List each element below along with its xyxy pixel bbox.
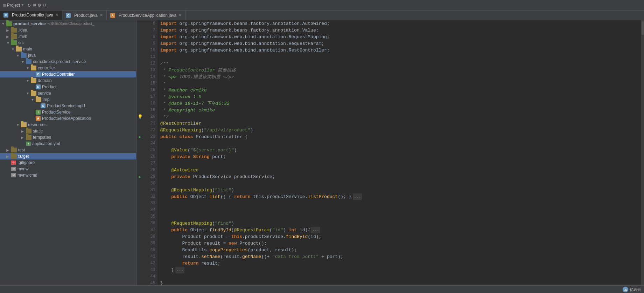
sidebar-item-com[interactable]: com.ckmike.product_service bbox=[0, 59, 136, 65]
gutter-44 bbox=[136, 273, 144, 280]
sidebar-item-controller[interactable]: controller bbox=[0, 65, 136, 71]
sidebar-item-main[interactable]: main bbox=[0, 46, 136, 52]
code-line-23: public class ProductController { bbox=[160, 134, 638, 140]
code-line-29: private ProductService productService; bbox=[160, 173, 638, 180]
static-arrow bbox=[21, 129, 26, 133]
mvnw-icon: M bbox=[11, 167, 16, 171]
sidebar-item-java[interactable]: java bbox=[0, 52, 136, 59]
java-label: java bbox=[28, 53, 36, 58]
collapse-43[interactable]: ... bbox=[175, 267, 184, 273]
impl-label: impl bbox=[43, 97, 50, 102]
sidebar-item-gitignore[interactable]: G .gitignore bbox=[0, 159, 136, 166]
line-numbers: 678910 1112131415 1617181920 2122232425 … bbox=[144, 20, 158, 285]
sidebar-item-psa[interactable]: A ProductServiceApplication bbox=[0, 115, 136, 122]
mvnwcmd-icon: M bbox=[11, 173, 16, 177]
git-label: .gitignore bbox=[18, 160, 35, 165]
sidebar-item-product[interactable]: C Product bbox=[0, 84, 136, 90]
layout-icon[interactable]: ⊟ bbox=[43, 2, 46, 8]
gutter-12 bbox=[136, 60, 144, 67]
idea-folder-icon bbox=[11, 28, 17, 33]
sync-icon[interactable]: ↻ bbox=[28, 2, 30, 8]
code-line-18: * @date 18-11-7 下午10:32 bbox=[160, 100, 638, 107]
controller-label: controller bbox=[38, 66, 55, 70]
sidebar-item-idea[interactable]: .idea bbox=[0, 27, 136, 33]
code-line-15: * bbox=[160, 80, 638, 87]
collapse-32[interactable]: ... bbox=[353, 193, 362, 200]
title-icons: ↻ ⊞ ⚙ ⊟ bbox=[28, 2, 46, 8]
tab-app-close[interactable]: ✕ bbox=[178, 13, 182, 18]
templates-folder-icon bbox=[26, 135, 31, 140]
product-class-icon: C bbox=[36, 84, 41, 89]
code-line-45: } bbox=[160, 280, 638, 285]
idea-label: .idea bbox=[18, 28, 27, 33]
gutter-37 bbox=[136, 227, 144, 233]
title-project-label: Project bbox=[7, 3, 20, 8]
product-label: Product bbox=[42, 84, 56, 89]
gutter-run-29[interactable]: ▶ bbox=[136, 173, 144, 180]
sidebar-item-mvn[interactable]: .mvn bbox=[0, 33, 136, 40]
code-editor[interactable]: 💡 ▶ ▶ bbox=[136, 20, 644, 285]
sidebar-item-domain[interactable]: domain bbox=[0, 77, 136, 84]
code-line-30 bbox=[160, 180, 638, 187]
gutter-24 bbox=[136, 140, 144, 147]
gutter-15 bbox=[136, 80, 144, 87]
settings-icon[interactable]: ⚙ bbox=[38, 2, 41, 8]
domain-arrow bbox=[26, 79, 31, 83]
code-line-28: @Autowired bbox=[160, 167, 638, 173]
sidebar-item-target[interactable]: target bbox=[0, 153, 136, 159]
code-line-9: import org.springframework.web.bind.anno… bbox=[160, 40, 638, 47]
psa-label: ProductServiceApplication bbox=[42, 116, 91, 121]
structure-icon[interactable]: ⊞ bbox=[33, 2, 36, 8]
tab-app[interactable]: A ProductServiceApplication.java ✕ bbox=[107, 11, 186, 20]
templates-arrow bbox=[21, 136, 26, 139]
code-line-22: @RequestMapping("/api/v1/product") bbox=[160, 127, 638, 134]
sidebar-item-static[interactable]: static bbox=[0, 128, 136, 134]
sidebar-item-resources[interactable]: resources bbox=[0, 122, 136, 128]
sidebar-item-psimpl[interactable]: C ProductServiceImpl1 bbox=[0, 103, 136, 109]
code-line-41: result.setName(result.getName()+ "data f… bbox=[160, 253, 638, 260]
ps-interface-icon: I bbox=[36, 110, 41, 115]
sidebar-item-test[interactable]: test bbox=[0, 147, 136, 153]
gutter-22 bbox=[136, 127, 144, 134]
src-arrow bbox=[6, 41, 11, 45]
title-dropdown-icon[interactable]: ▼ bbox=[21, 3, 23, 7]
code-line-7: import org.springframework.beans.factory… bbox=[160, 27, 638, 34]
root-folder-icon bbox=[6, 21, 12, 26]
code-line-26: private String port; bbox=[160, 154, 638, 160]
root-label: product_service bbox=[13, 21, 46, 26]
gutter-33 bbox=[136, 200, 144, 207]
sidebar-item-mvnwcmd[interactable]: M mvnw.cmd bbox=[0, 172, 136, 178]
sidebar-item-ps[interactable]: I ProductService bbox=[0, 109, 136, 115]
gutter-40 bbox=[136, 247, 144, 253]
main-folder-icon bbox=[16, 47, 22, 52]
sidebar-item-impl[interactable]: impl bbox=[0, 96, 136, 103]
gutter-7 bbox=[136, 27, 144, 34]
code-area[interactable]: import org.springframework.beans.factory… bbox=[158, 20, 641, 285]
mvnw-label: mvnw bbox=[18, 166, 28, 171]
vertical-scrollbar[interactable] bbox=[641, 20, 644, 285]
tab-product-close[interactable]: ✕ bbox=[100, 13, 103, 18]
sidebar-item-mvnw[interactable]: M mvnw bbox=[0, 166, 136, 172]
sidebar-item-src[interactable]: src bbox=[0, 40, 136, 46]
main-arrow bbox=[11, 47, 16, 51]
service-label: service bbox=[38, 91, 51, 96]
gutter-bulb-20[interactable]: 💡 bbox=[136, 114, 144, 120]
tab-product[interactable]: C Product.java ✕ bbox=[62, 11, 107, 20]
sidebar-root[interactable]: product_service ~/桌面/SprinCloud/product_ bbox=[0, 20, 136, 27]
tab-controller-close[interactable]: ✕ bbox=[55, 13, 58, 17]
sidebar-item-productcontroller[interactable]: C ProductController bbox=[0, 71, 136, 77]
collapse-37[interactable]: ... bbox=[311, 227, 320, 233]
test-arrow bbox=[6, 148, 11, 152]
code-line-25: @Value("${server.port}") bbox=[160, 147, 638, 154]
gutter-34 bbox=[136, 207, 144, 213]
sidebar-item-yml[interactable]: Y application.yml bbox=[0, 141, 136, 147]
gutter-43 bbox=[136, 267, 144, 273]
gutter-41 bbox=[136, 253, 144, 260]
tab-controller[interactable]: C ProductController.java ✕ bbox=[0, 11, 62, 20]
com-label: com.ckmike.product_service bbox=[33, 59, 86, 64]
code-line-37: public Object findById(@RequestParam("id… bbox=[160, 227, 638, 233]
sidebar-item-templates[interactable]: templates bbox=[0, 134, 136, 141]
sidebar-item-service[interactable]: service bbox=[0, 90, 136, 96]
title-bar: ▦ Project ▼ ↻ ⊞ ⚙ ⊟ bbox=[0, 0, 644, 11]
gutter-run-23[interactable]: ▶ bbox=[136, 134, 144, 140]
